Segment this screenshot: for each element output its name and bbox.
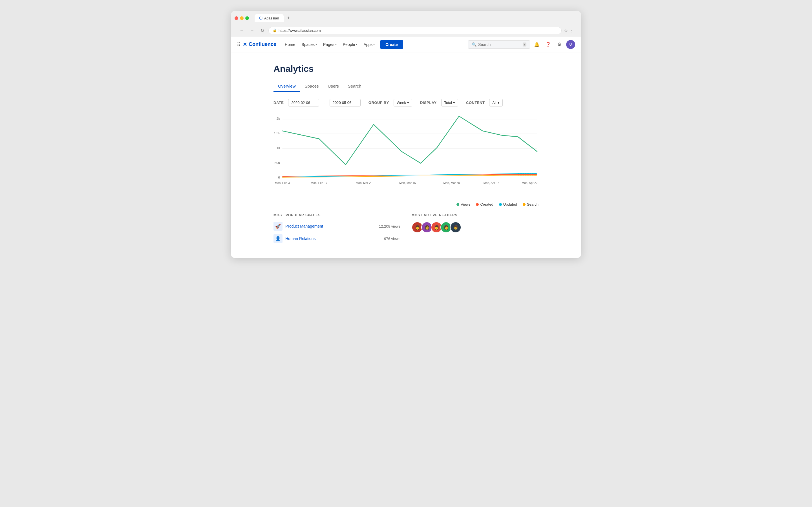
svg-text:Mon, Mar 16: Mon, Mar 16 xyxy=(399,181,416,184)
views-label: Views xyxy=(461,202,470,207)
lock-icon: 🔒 xyxy=(273,29,277,33)
search-placeholder: Search xyxy=(478,42,491,47)
group-by-select[interactable]: Week ▾ xyxy=(394,99,412,107)
space-name-product[interactable]: Product Management xyxy=(285,224,376,228)
views-line-dashed xyxy=(518,137,537,152)
browser-tab[interactable]: ⬡ Atlassian xyxy=(255,14,284,22)
popular-spaces-title: MOST POPULAR SPACES xyxy=(273,213,400,217)
content-select[interactable]: All ▾ xyxy=(489,99,502,107)
space-icon-product: 🚀 xyxy=(273,222,283,231)
space-name-hr[interactable]: Human Relations xyxy=(285,236,381,241)
date-label: DATE xyxy=(273,101,284,105)
back-button[interactable]: ← xyxy=(238,26,246,34)
most-active-readers: MOST ACTIVE READERS 👩 👩 👩 👩 👨 xyxy=(412,213,539,246)
created-label: Created xyxy=(480,202,493,207)
content-label: CONTENT xyxy=(466,101,485,105)
notifications-button[interactable]: 🔔 xyxy=(532,40,541,49)
svg-text:500: 500 xyxy=(274,161,280,165)
avatar[interactable]: U xyxy=(566,40,575,49)
nav-right: 🔍 Search / 🔔 ❓ ⚙ U xyxy=(468,40,575,49)
search-dot xyxy=(523,203,525,206)
reader-avatar-5: 👨 xyxy=(450,222,461,233)
reload-button[interactable]: ↻ xyxy=(258,26,266,34)
tab-users[interactable]: Users xyxy=(323,81,343,92)
browser-window: ⬡ Atlassian + ← → ↻ 🔒 https://www.atlass… xyxy=(231,11,581,258)
traffic-lights xyxy=(235,16,249,20)
display-select[interactable]: Total ▾ xyxy=(441,99,458,107)
display-label: DISPLAY xyxy=(420,101,437,105)
content-chevron-icon: ▾ xyxy=(498,101,500,105)
minimize-traffic-light[interactable] xyxy=(240,16,244,20)
group-by-chevron-icon: ▾ xyxy=(407,101,409,105)
url-text: https://www.atlassian.com xyxy=(278,29,321,33)
date-to-input[interactable] xyxy=(329,99,361,107)
search-icon: 🔍 xyxy=(472,42,476,47)
address-bar[interactable]: 🔒 https://www.atlassian.com xyxy=(268,27,562,34)
legend-search: Search xyxy=(523,202,539,207)
settings-button[interactable]: ⚙ xyxy=(555,40,564,49)
browser-titlebar: ⬡ Atlassian + xyxy=(235,14,577,24)
create-button[interactable]: Create xyxy=(380,40,403,49)
readers-avatars: 👩 👩 👩 👩 👨 xyxy=(412,222,539,233)
help-button[interactable]: ❓ xyxy=(544,40,553,49)
confluence-nav: ⠿ ✕ Confluence Home Spaces ▾ Pages ▾ Peo xyxy=(231,37,581,52)
confluence-logo[interactable]: ✕ Confluence xyxy=(243,41,276,48)
svg-text:Mon, Mar 2: Mon, Mar 2 xyxy=(356,181,371,184)
search-bar[interactable]: 🔍 Search / xyxy=(468,40,530,49)
svg-text:1.5k: 1.5k xyxy=(274,131,280,135)
search-label: Search xyxy=(527,202,539,207)
svg-text:0: 0 xyxy=(278,176,280,179)
confluence-logo-icon: ✕ xyxy=(243,41,247,48)
people-chevron-icon: ▾ xyxy=(356,43,357,46)
forward-button[interactable]: → xyxy=(248,26,256,34)
tab-title: Atlassian xyxy=(264,16,279,20)
tab-spaces[interactable]: Spaces xyxy=(300,81,323,92)
browser-actions: ☆ ⋮ xyxy=(564,28,574,33)
grid-icon[interactable]: ⠿ xyxy=(237,41,241,48)
space-item-product: 🚀 Product Management 12,208 views xyxy=(273,222,400,231)
close-traffic-light[interactable] xyxy=(235,16,238,20)
group-by-label: GROUP BY xyxy=(368,101,389,105)
space-icon-hr: 👤 xyxy=(273,234,283,243)
bottom-sections: MOST POPULAR SPACES 🚀 Product Management… xyxy=(273,213,539,246)
atlassian-tab-logo: ⬡ xyxy=(259,16,262,20)
space-views-product: 12,208 views xyxy=(379,224,400,228)
most-popular-spaces: MOST POPULAR SPACES 🚀 Product Management… xyxy=(273,213,400,246)
nav-spaces[interactable]: Spaces ▾ xyxy=(299,41,320,48)
date-from-input[interactable] xyxy=(288,99,319,107)
app-content: ⠿ ✕ Confluence Home Spaces ▾ Pages ▾ Peo xyxy=(231,37,581,258)
date-separator: - xyxy=(324,101,325,105)
nav-people[interactable]: People ▾ xyxy=(340,41,360,48)
page-title: Analytics xyxy=(273,64,539,74)
updated-label: Updated xyxy=(503,202,517,207)
pages-chevron-icon: ▾ xyxy=(335,43,337,46)
tab-search[interactable]: Search xyxy=(343,81,366,92)
group-by-value: Week xyxy=(397,101,406,105)
more-icon[interactable]: ⋮ xyxy=(569,28,574,33)
main-content: Analytics Overview Spaces Users Search D… xyxy=(251,52,561,258)
chart-legend: Views Created Updated Search xyxy=(273,202,539,207)
svg-text:Mon, Mar 30: Mon, Mar 30 xyxy=(444,181,460,184)
svg-text:2k: 2k xyxy=(276,117,280,120)
bookmark-icon[interactable]: ☆ xyxy=(564,28,568,33)
display-value: Total xyxy=(444,101,452,105)
search-shortcut: / xyxy=(523,43,526,47)
maximize-traffic-light[interactable] xyxy=(245,16,249,20)
browser-addressbar: ← → ↻ 🔒 https://www.atlassian.com ☆ ⋮ xyxy=(235,24,577,37)
nav-home[interactable]: Home xyxy=(282,41,298,48)
svg-text:Mon, Feb 17: Mon, Feb 17 xyxy=(311,181,327,184)
chart-container: 2k 1.5k 1k 500 0 xyxy=(273,113,539,196)
tab-overview[interactable]: Overview xyxy=(273,81,300,92)
svg-text:Mon, Apr 27: Mon, Apr 27 xyxy=(522,181,538,184)
new-tab-button[interactable]: + xyxy=(287,15,290,21)
filters: DATE - GROUP BY Week ▾ DISPLAY Total ▾ C… xyxy=(273,99,539,107)
nav-pages[interactable]: Pages ▾ xyxy=(320,41,340,48)
created-dot xyxy=(476,203,479,206)
active-readers-title: MOST ACTIVE READERS xyxy=(412,213,539,217)
analytics-chart: 2k 1.5k 1k 500 0 xyxy=(273,113,539,195)
space-item-hr: 👤 Human Relations 976 views xyxy=(273,234,400,243)
display-chevron-icon: ▾ xyxy=(453,101,455,105)
content-value: All xyxy=(492,101,496,105)
svg-text:Mon, Apr 13: Mon, Apr 13 xyxy=(484,181,499,184)
nav-apps[interactable]: Apps ▾ xyxy=(361,41,377,48)
